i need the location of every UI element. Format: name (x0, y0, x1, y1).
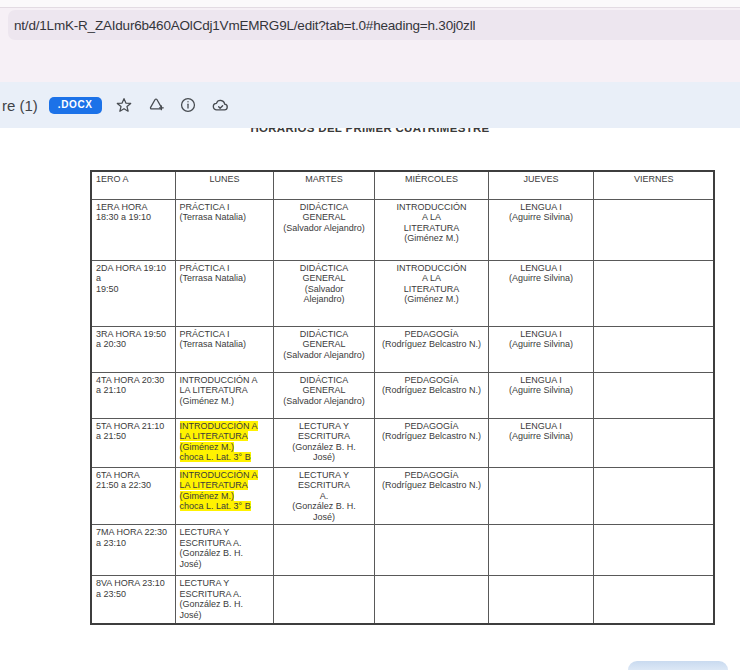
schedule-cell[interactable]: INTRODUCCIÓN A LA LITERATURA (Giménez M.… (175, 418, 273, 467)
hour-cell[interactable]: 2DA HORA 19:10 a 19:50 (91, 260, 175, 326)
schedule-cell[interactable]: LENGUA I (Aguirre Silvina) (488, 418, 593, 467)
cloud-status-icon[interactable] (211, 96, 230, 115)
schedule-cell[interactable]: DIDÁCTICA GENERAL (Salvador Alejandro) (273, 199, 374, 260)
schedule-table-body: 1ERO ALUNESMARTESMIÉRCOLESJUEVESVIERNES1… (91, 171, 714, 624)
schedule-cell[interactable] (374, 576, 488, 624)
schedule-cell[interactable] (488, 525, 593, 576)
document-title[interactable]: re (1) (2, 97, 38, 114)
hour-cell[interactable]: 5TA HORA 21:10 a 21:50 (91, 418, 175, 467)
schedule-cell[interactable]: PRÁCTICA I (Terrasa Natalia) (175, 260, 273, 326)
hour-cell[interactable]: 4TA HORA 20:30 a 21:10 (91, 372, 175, 418)
docx-format-badge: .DOCX (49, 97, 102, 114)
schedule-cell[interactable]: DIDÁCTICA GENERAL (Salvador Alejandro) (273, 260, 374, 326)
table-row: 3RA HORA 19:50 a 20:30PRÁCTICA I (Terras… (91, 326, 714, 372)
schedule-cell[interactable]: PEDAGOGÍA (Rodríguez Belcastro N.) (374, 418, 488, 467)
schedule-cell[interactable]: PEDAGOGÍA (Rodríguez Belcastro N.) (374, 326, 488, 372)
table-row: 7MA HORA 22:30 a 23:10LECTURA Y ESCRITUR… (91, 525, 714, 576)
schedule-cell[interactable] (488, 467, 593, 525)
schedule-cell[interactable] (593, 326, 714, 372)
hour-cell[interactable]: 3RA HORA 19:50 a 20:30 (91, 326, 175, 372)
docs-header: re (1) .DOCX (0, 82, 740, 128)
chrome-top-strip (0, 0, 740, 8)
schedule-cell[interactable] (593, 199, 714, 260)
schedule-cell[interactable]: DIDÁCTICA GENERAL (Salvador Alejandro) (273, 372, 374, 418)
day-header-3[interactable]: MIÉRCOLES (374, 171, 488, 199)
table-row: 1ERA HORA 18:30 a 19:10PRÁCTICA I (Terra… (91, 199, 714, 260)
schedule-cell[interactable]: INTRODUCCIÓN A LA LITERATURA (Giménez M.… (175, 372, 273, 418)
group-label[interactable]: 1ERO A (91, 171, 175, 199)
schedule-cell[interactable]: INTRODUCCIÓN A LA LITERATURA (Giménez M.… (175, 467, 273, 525)
schedule-cell[interactable] (488, 576, 593, 624)
hour-cell[interactable]: 8VA HORA 23:10 a 23:50 (91, 576, 175, 624)
schedule-cell[interactable] (593, 467, 714, 525)
schedule-cell[interactable]: DIDÁCTICA GENERAL (Salvador Alejandro) (273, 326, 374, 372)
day-header-4[interactable]: JUEVES (488, 171, 593, 199)
day-header-1[interactable]: LUNES (175, 171, 273, 199)
address-bar-url: nt/d/1LmK-R_ZAIdur6b460AOlCdj1VmEMRG9L/e… (8, 18, 475, 33)
star-icon[interactable] (115, 96, 134, 115)
schedule-table: 1ERO ALUNESMARTESMIÉRCOLESJUEVESVIERNES1… (90, 170, 715, 625)
bottom-popup-fragment (628, 661, 728, 670)
schedule-cell[interactable]: LENGUA I (Aguirre Silvina) (488, 372, 593, 418)
add-shortcut-to-drive-icon[interactable] (147, 96, 166, 115)
schedule-cell[interactable] (593, 260, 714, 326)
schedule-cell[interactable]: LECTURA Y ESCRITURA A. (González B. H. J… (273, 467, 374, 525)
schedule-cell[interactable]: LENGUA I (Aguirre Silvina) (488, 260, 593, 326)
schedule-cell[interactable] (273, 576, 374, 624)
document-page: HORARIOS DEL PRIMER CUATRIMESTRE 1ERO AL… (0, 128, 740, 670)
hour-cell[interactable]: 6TA HORA 21:50 a 22:30 (91, 467, 175, 525)
schedule-cell[interactable]: INTRODUCCIÓN A LA LITERATURA (Giménez M.… (374, 260, 488, 326)
document-heading[interactable]: HORARIOS DEL PRIMER CUATRIMESTRE (0, 128, 740, 134)
schedule-cell[interactable] (374, 525, 488, 576)
schedule-cell[interactable] (593, 418, 714, 467)
hour-cell[interactable]: 7MA HORA 22:30 a 23:10 (91, 525, 175, 576)
browser-chrome: nt/d/1LmK-R_ZAIdur6b460AOlCdj1VmEMRG9L/e… (0, 0, 740, 82)
address-bar[interactable]: nt/d/1LmK-R_ZAIdur6b460AOlCdj1VmEMRG9L/e… (8, 10, 740, 40)
schedule-cell[interactable]: LECTURA Y ESCRITURA A. (González B. H. J… (175, 525, 273, 576)
highlighted-text: INTRODUCCIÓN A LA LITERATURA (Giménez M.… (180, 421, 258, 463)
schedule-cell[interactable]: LENGUA I (Aguirre Silvina) (488, 199, 593, 260)
hour-cell[interactable]: 1ERA HORA 18:30 a 19:10 (91, 199, 175, 260)
schedule-cell[interactable] (593, 525, 714, 576)
schedule-cell[interactable]: LECTURA Y ESCRITURA (González B. H. José… (273, 418, 374, 467)
table-row: 6TA HORA 21:50 a 22:30INTRODUCCIÓN A LA … (91, 467, 714, 525)
screen: nt/d/1LmK-R_ZAIdur6b460AOlCdj1VmEMRG9L/e… (0, 0, 740, 670)
day-header-5[interactable]: VIERNES (593, 171, 714, 199)
schedule-cell[interactable]: PRÁCTICA I (Terrasa Natalia) (175, 326, 273, 372)
schedule-cell[interactable]: PEDAGOGÍA (Rodríguez Belcastro N.) (374, 467, 488, 525)
table-row: 8VA HORA 23:10 a 23:50LECTURA Y ESCRITUR… (91, 576, 714, 624)
schedule-cell[interactable]: LECTURA Y ESCRITURA A. (González B. H. J… (175, 576, 273, 624)
schedule-cell[interactable] (273, 525, 374, 576)
table-row: 4TA HORA 20:30 a 21:10INTRODUCCIÓN A LA … (91, 372, 714, 418)
table-row: 5TA HORA 21:10 a 21:50INTRODUCCIÓN A LA … (91, 418, 714, 467)
schedule-cell[interactable] (593, 576, 714, 624)
table-header-row: 1ERO ALUNESMARTESMIÉRCOLESJUEVESVIERNES (91, 171, 714, 199)
highlighted-text: INTRODUCCIÓN A LA LITERATURA (Giménez M.… (180, 470, 258, 512)
schedule-cell[interactable] (593, 372, 714, 418)
table-row: 2DA HORA 19:10 a 19:50PRÁCTICA I (Terras… (91, 260, 714, 326)
schedule-cell[interactable]: INTRODUCCIÓN A LA LITERATURA (Giménez M.… (374, 199, 488, 260)
schedule-cell[interactable]: LENGUA I (Aguirre Silvina) (488, 326, 593, 372)
day-header-2[interactable]: MARTES (273, 171, 374, 199)
schedule-cell[interactable]: PRÁCTICA I (Terrasa Natalia) (175, 199, 273, 260)
schedule-cell[interactable]: PEDAGOGÍA (Rodríguez Belcastro N.) (374, 372, 488, 418)
info-icon[interactable] (179, 96, 198, 115)
